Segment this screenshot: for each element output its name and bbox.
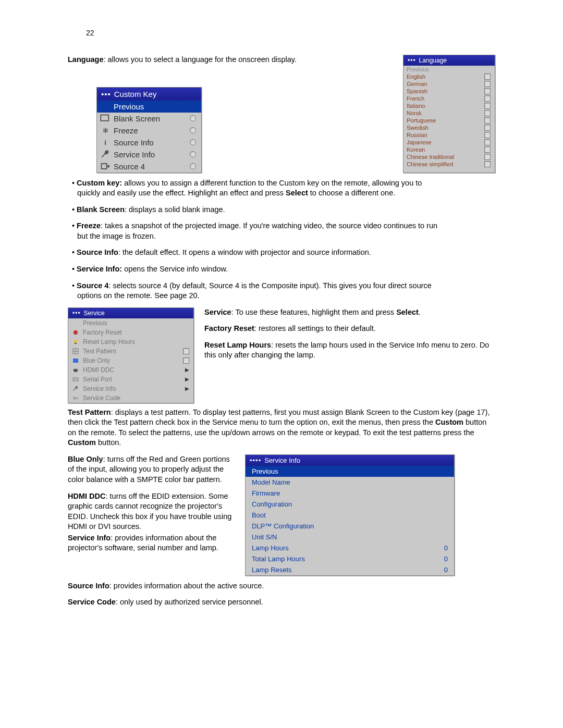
custom-key-menu: Custom Key Previous Blank Screen ✻ Freez… (96, 87, 202, 173)
menu-item-factory-reset[interactable]: Factory Reset (68, 328, 193, 337)
menu-bullets-icon (408, 57, 416, 64)
radio-control[interactable] (190, 163, 196, 169)
radio-control[interactable] (190, 127, 196, 133)
menu-item-label: Norsk (407, 110, 481, 116)
menu-item-previous[interactable]: Previous (68, 318, 193, 328)
menu-item-label: Source 4 (114, 162, 187, 171)
menu-item-french[interactable]: French (403, 95, 495, 102)
list-item: Custom key: allows you to assign a diffe… (68, 178, 443, 199)
menu-item-service-info[interactable]: Service Info▶ (68, 384, 193, 393)
service-intro: Service: To use these features, highligh… (204, 307, 495, 318)
menu-item-previous[interactable]: Previous (97, 101, 201, 113)
menu-item-blue-only[interactable]: Blue Only (68, 356, 193, 365)
menu-item-chinese-trad[interactable]: Chinese traditional (403, 153, 495, 161)
menu-header: Custom Key (97, 88, 201, 101)
menu-item-value: 0 (444, 566, 448, 574)
menu-item-spanish[interactable]: Spanish (403, 88, 495, 95)
feature-text: : the default effect. It opens a window … (118, 248, 371, 256)
service-info-para: Service Info: provides information about… (68, 533, 235, 553)
menu-item-english[interactable]: English (403, 73, 495, 80)
menu-item-label: Boot (252, 511, 448, 519)
menu-item-label: Swedish (407, 125, 481, 131)
checkbox-control[interactable] (484, 95, 491, 102)
feature-text: : provides information about the active … (109, 582, 264, 590)
menu-item-german[interactable]: German (403, 80, 495, 88)
menu-item-label: Russian (407, 132, 481, 138)
menu-item-label: Spanish (407, 88, 481, 94)
service-text: : To use these features, highlight them … (231, 308, 397, 316)
checkbox-control[interactable] (484, 132, 491, 138)
menu-item-value: 0 (444, 555, 448, 563)
checkbox-control[interactable] (183, 348, 189, 354)
menu-item-label: German (407, 81, 481, 87)
chevron-right-icon: ▶ (185, 376, 189, 382)
chevron-right-icon: ▶ (185, 367, 189, 373)
menu-item-italiano[interactable]: Italiano (403, 102, 495, 109)
feature-text: : selects source 4 (by default, Source 4… (77, 281, 432, 300)
checkbox-control[interactable] (484, 103, 491, 109)
checkbox-control[interactable] (484, 161, 491, 167)
menu-title: Service Info (264, 456, 300, 464)
checkbox-control[interactable] (484, 125, 491, 131)
menu-item-label: Service Info (83, 385, 182, 392)
menu-item-swedish[interactable]: Swedish (403, 124, 495, 131)
menu-item-source4[interactable]: Source 4 (97, 161, 201, 172)
lamp-icon (71, 338, 80, 346)
checkbox-control[interactable] (484, 81, 491, 87)
menu-item-freeze[interactable]: ✻ Freeze (97, 125, 201, 137)
checkbox-control[interactable] (484, 117, 491, 124)
menu-item-reset-lamp[interactable]: Reset Lamp Hours (68, 337, 193, 347)
menu-item-blank-screen[interactable]: Blank Screen (97, 113, 201, 125)
menu-item-label: Previous (252, 467, 448, 475)
tp-pre: : displays a test pattern. To display te… (68, 408, 489, 427)
menu-header: Service Info (246, 455, 454, 466)
svg-rect-2 (74, 340, 77, 343)
key-icon (71, 394, 80, 402)
menu-item-chinese-simp[interactable]: Chinese simplified (403, 161, 495, 168)
snowflake-icon: ✻ (100, 127, 111, 134)
menu-item-service-code[interactable]: Service Code (68, 393, 193, 403)
checkbox-control[interactable] (484, 146, 491, 153)
serial-icon (71, 376, 80, 383)
checkbox-control[interactable] (484, 73, 491, 80)
checkbox-control[interactable] (183, 357, 189, 364)
menu-item-label: Previous (83, 319, 189, 327)
menu-item-serial-port[interactable]: Serial Port▶ (68, 375, 193, 384)
menu-bullets-icon (101, 90, 111, 98)
checkbox-control[interactable] (484, 110, 491, 116)
reset-icon (71, 329, 80, 336)
radio-control[interactable] (190, 115, 196, 121)
menu-item-norsk[interactable]: Norsk (403, 109, 495, 117)
radio-control[interactable] (190, 151, 196, 157)
checkbox-control[interactable] (484, 88, 491, 94)
feature-label: Test Pattern (68, 408, 111, 416)
feature-text: : only used by authorized service person… (116, 598, 263, 606)
menu-item-label: Service Info (114, 150, 187, 159)
menu-item-lamp-resets: Lamp Resets0 (246, 564, 454, 575)
menu-item-label: Korean (407, 146, 481, 153)
menu-item-korean[interactable]: Korean (403, 146, 495, 153)
feature-text: : displays a solid blank image. (125, 205, 225, 214)
menu-item-source-info[interactable]: i Source Info (97, 137, 201, 149)
list-item: Freeze: takes a snapshot of the projecte… (68, 221, 443, 241)
radio-control[interactable] (190, 139, 196, 145)
menu-item-label: Factory Reset (83, 329, 189, 336)
feature-label: Source Info (68, 582, 109, 590)
checkbox-control[interactable] (484, 139, 491, 145)
menu-item-previous[interactable]: Previous (246, 466, 454, 477)
menu-item-label: Unit S/N (252, 533, 448, 541)
factory-reset-para: Factory Reset: restores all settings to … (204, 324, 495, 334)
menu-item-russian[interactable]: Russian (403, 131, 495, 139)
pattern-icon (71, 348, 80, 355)
menu-item-hdmi-ddc[interactable]: HDMI DDC▶ (68, 365, 193, 375)
menu-item-portuguese[interactable]: Portuguese (403, 117, 495, 124)
menu-item-service-info[interactable]: Service Info (97, 149, 201, 161)
svg-rect-7 (73, 359, 78, 363)
checkbox-control[interactable] (484, 154, 491, 160)
menu-item-previous[interactable]: Previous (403, 66, 495, 73)
menu-item-test-pattern[interactable]: Test Pattern (68, 347, 193, 356)
svg-rect-3 (75, 343, 77, 344)
period: . (419, 308, 421, 316)
menu-item-label: HDMI DDC (83, 366, 182, 374)
menu-item-japanese[interactable]: Japanese (403, 139, 495, 146)
